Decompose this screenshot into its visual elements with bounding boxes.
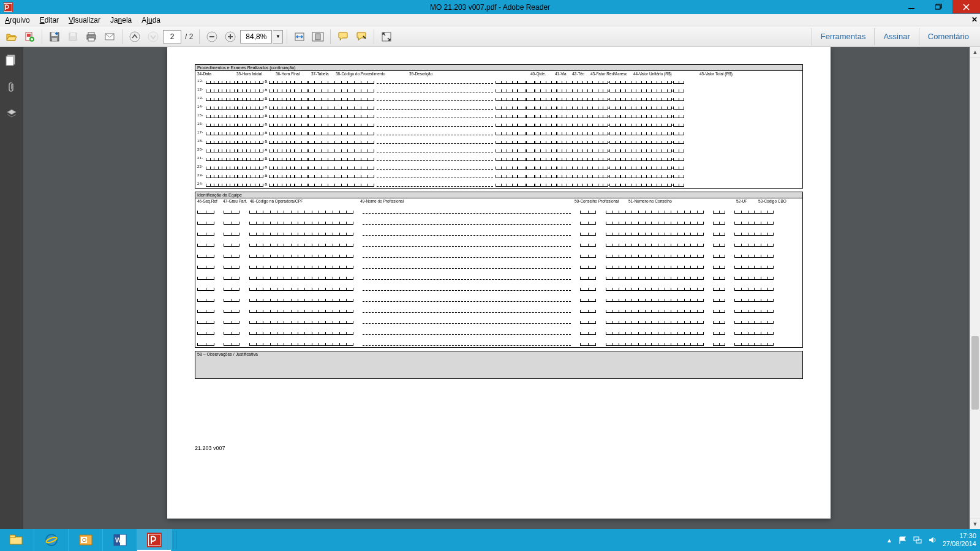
email-icon[interactable] xyxy=(101,28,118,45)
save-icon[interactable] xyxy=(46,28,63,45)
table-row xyxy=(195,303,802,314)
page-footer: 21.203 v007 xyxy=(195,379,803,451)
section1-columns: 34-Data 35-Hora Inicial 36-Hora Final 37… xyxy=(195,71,802,77)
create-pdf-icon[interactable] xyxy=(21,28,38,45)
tray-network-icon[interactable] xyxy=(913,536,922,544)
svg-point-19 xyxy=(148,32,158,42)
table-row: 13- a , , xyxy=(195,77,802,85)
taskbar-ie[interactable] xyxy=(34,529,69,551)
svg-rect-21 xyxy=(209,36,214,37)
zoom-dropdown-icon[interactable]: ▼ xyxy=(273,30,283,43)
section-observacoes: 58 – Observações / Justificativa xyxy=(195,351,803,379)
svg-rect-7 xyxy=(27,34,31,37)
table-row xyxy=(195,314,802,325)
table-row: 20- a , , xyxy=(195,145,802,154)
tray-chevron-up-icon[interactable]: ▲ xyxy=(886,537,892,544)
table-row xyxy=(195,292,802,303)
svg-rect-5 xyxy=(935,5,940,9)
open-icon[interactable] xyxy=(2,28,20,45)
table-row xyxy=(195,336,802,347)
section-procedimentos: Procedimentos e Exames Realizados (conti… xyxy=(195,64,803,189)
table-row xyxy=(195,248,802,259)
print-icon[interactable] xyxy=(83,28,100,45)
section2-title: Identificação da Equipe xyxy=(195,192,802,198)
svg-rect-32 xyxy=(10,535,15,538)
taskbar-reader[interactable] xyxy=(137,529,172,551)
titlebar: MO 21.203 v007.pdf - Adobe Reader xyxy=(0,0,980,14)
comment-icon[interactable] xyxy=(334,28,352,45)
tray-clock[interactable]: 17:30 27/08/2014 xyxy=(943,532,976,548)
zoom-in-icon[interactable] xyxy=(222,28,239,45)
tray-volume-icon[interactable] xyxy=(928,536,937,544)
minimize-button[interactable] xyxy=(897,0,925,13)
menu-ajuda[interactable]: Ajuda xyxy=(137,16,165,24)
read-mode-icon[interactable] xyxy=(378,28,395,45)
table-row xyxy=(195,215,802,226)
table-row xyxy=(195,204,802,215)
menu-janela[interactable]: Janela xyxy=(105,16,137,24)
table-row xyxy=(195,226,802,237)
taskbar: O W ▲ 17:30 27/08/2014 xyxy=(0,529,980,551)
comentario-button[interactable]: Comentário xyxy=(919,28,978,45)
page-down-icon[interactable] xyxy=(145,28,162,45)
table-row xyxy=(195,270,802,281)
section3-title: 58 – Observações / Justificativa xyxy=(197,352,258,356)
zoom-out-icon[interactable] xyxy=(203,28,221,45)
menu-visualizar[interactable]: Visualizar xyxy=(64,16,105,24)
page-up-icon[interactable] xyxy=(126,28,143,45)
table-row xyxy=(195,281,802,292)
assinar-button[interactable]: Assinar xyxy=(874,28,918,45)
table-row: 14- a , , xyxy=(195,102,802,111)
table-row: 22- a , , xyxy=(195,162,802,171)
svg-text:W: W xyxy=(115,536,122,544)
table-row xyxy=(195,325,802,336)
tray-flag-icon[interactable] xyxy=(899,536,907,544)
thumbnails-icon[interactable] xyxy=(4,52,20,68)
save-as-icon[interactable] xyxy=(64,28,81,45)
app-icon xyxy=(2,1,14,13)
document-area[interactable]: Procedimentos e Exames Realizados (conti… xyxy=(23,47,980,529)
table-row: 16- a , , xyxy=(195,119,802,128)
attachments-icon[interactable] xyxy=(4,79,20,95)
menubar-close-icon[interactable]: ✕ xyxy=(971,15,978,24)
table-row: 13- a , , xyxy=(195,94,802,102)
restore-button[interactable] xyxy=(925,0,952,13)
section2-columns: 46-Seq.Ref 47-Grau Part. 48-Código na Op… xyxy=(195,198,802,204)
menu-editar[interactable]: Editar xyxy=(35,16,64,24)
taskbar-outlook[interactable]: O xyxy=(69,529,103,551)
window-title: MO 21.203 v007.pdf - Adobe Reader xyxy=(430,3,550,12)
svg-rect-11 xyxy=(52,38,57,41)
zoom-input[interactable] xyxy=(240,30,272,43)
scroll-up-icon[interactable]: ▲ xyxy=(970,47,980,58)
pdf-page: Procedimentos e Exames Realizados (conti… xyxy=(167,47,831,519)
table-row xyxy=(195,259,802,270)
svg-rect-13 xyxy=(70,33,75,36)
page-number-input[interactable] xyxy=(163,30,181,43)
table-row: 18- a , , xyxy=(195,137,802,145)
scroll-down-icon[interactable]: ▼ xyxy=(970,519,980,529)
table-row xyxy=(195,237,802,248)
svg-rect-3 xyxy=(908,8,914,9)
vertical-scrollbar[interactable]: ▲ ▼ xyxy=(970,47,980,529)
table-row: 17- a , , xyxy=(195,128,802,137)
ferramentas-button[interactable]: Ferramentas xyxy=(812,28,875,45)
fit-page-icon[interactable] xyxy=(309,28,326,45)
taskbar-divider xyxy=(173,531,176,549)
svg-rect-16 xyxy=(88,38,94,41)
layers-icon[interactable] xyxy=(4,106,20,122)
svg-point-18 xyxy=(130,32,140,42)
scrollbar-thumb[interactable] xyxy=(971,336,979,410)
close-button[interactable] xyxy=(952,0,980,13)
svg-rect-14 xyxy=(88,32,94,35)
taskbar-word[interactable]: W xyxy=(103,529,137,551)
fit-width-icon[interactable] xyxy=(291,28,308,45)
highlight-icon[interactable] xyxy=(353,28,370,45)
table-row: 23- a , , xyxy=(195,171,802,179)
table-row: 21- a , , xyxy=(195,154,802,162)
section1-title: Procedimentos e Exames Realizados (conti… xyxy=(195,65,802,71)
menu-arquivo[interactable]: Arquivo xyxy=(0,16,35,24)
page-total-label: / 2 xyxy=(183,32,195,41)
taskbar-explorer[interactable] xyxy=(0,529,34,551)
menubar: Arquivo Editar Visualizar Janela Ajuda ✕ xyxy=(0,14,980,26)
svg-rect-27 xyxy=(315,34,320,40)
